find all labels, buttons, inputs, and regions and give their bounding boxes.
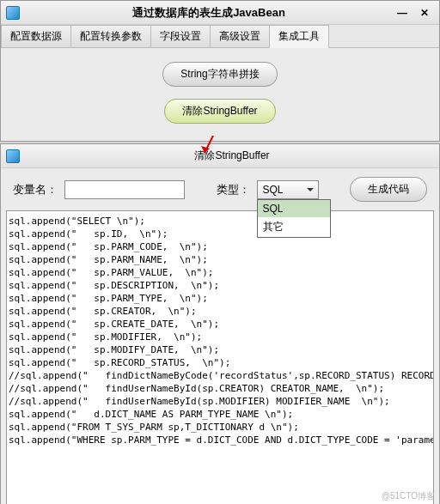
type-dropdown: SQL 其它: [257, 199, 331, 238]
type-selected: SQL: [263, 184, 284, 196]
close-button[interactable]: ✕: [415, 5, 434, 21]
sub-title: 清除StringBuffer: [25, 149, 439, 163]
gen-code-button[interactable]: 生成代码: [350, 177, 427, 202]
sub-window: 清除StringBuffer 变量名： 类型： SQL SQL 其它 生成代码 …: [0, 143, 440, 504]
string-concat-button[interactable]: String字符串拼接: [162, 62, 277, 87]
tool-panel: String字符串拼接 清除StringBuffer: [1, 48, 439, 141]
app-icon: [6, 6, 20, 20]
watermark: @51CTO博客: [382, 490, 435, 502]
main-titlebar: 通过数据库的表生成JavaBean — ✕: [1, 1, 439, 25]
tab-tools[interactable]: 集成工具: [269, 25, 329, 48]
var-input[interactable]: [64, 180, 185, 199]
code-area[interactable]: sql.append("SELECT \n"); sql.append(" sp…: [6, 210, 434, 504]
type-label: 类型：: [217, 182, 250, 197]
toolbar: 变量名： 类型： SQL SQL 其它 生成代码: [1, 168, 439, 210]
type-option-sql[interactable]: SQL: [258, 200, 330, 217]
tab-bar: 配置数据源 配置转换参数 字段设置 高级设置 集成工具: [1, 25, 439, 48]
type-select[interactable]: SQL: [257, 180, 319, 199]
minimize-button[interactable]: —: [393, 5, 412, 21]
main-window: 通过数据库的表生成JavaBean — ✕ 配置数据源 配置转换参数 字段设置 …: [0, 0, 440, 142]
sub-app-icon: [6, 149, 20, 163]
type-option-other[interactable]: 其它: [258, 217, 330, 237]
tab-advanced[interactable]: 高级设置: [210, 25, 270, 47]
clear-buffer-button[interactable]: 清除StringBuffer: [164, 99, 275, 124]
tab-datasource[interactable]: 配置数据源: [1, 25, 71, 47]
tab-fields[interactable]: 字段设置: [150, 25, 211, 47]
sub-titlebar: 清除StringBuffer: [1, 144, 439, 168]
var-label: 变量名：: [13, 182, 58, 197]
tab-transform[interactable]: 配置转换参数: [70, 25, 151, 47]
main-title: 通过数据库的表生成JavaBean: [25, 5, 393, 21]
